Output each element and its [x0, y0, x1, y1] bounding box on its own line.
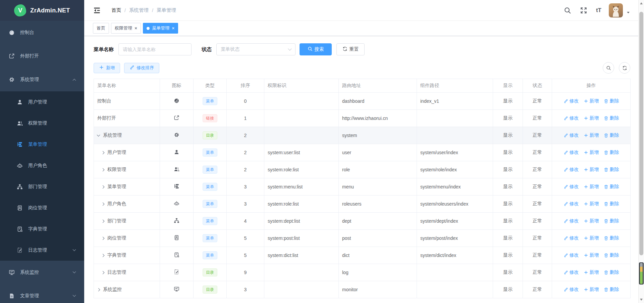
action-plus-link[interactable]: 新增 — [584, 269, 599, 275]
sidebar-item-article[interactable]: 文章管理 — [0, 284, 84, 303]
action-trash-link[interactable]: 删除 — [604, 218, 619, 224]
sidebar-item-robot[interactable]: 用户角色 — [0, 155, 84, 176]
font-size-icon[interactable]: tT — [596, 7, 601, 14]
action-plus-link[interactable]: 新增 — [584, 167, 599, 173]
table-row: 用户角色菜单3system:role:listroleuserssystem/r… — [94, 196, 631, 213]
tab-菜单管理[interactable]: 菜单管理× — [143, 23, 178, 34]
action-plus-link[interactable]: 新增 — [584, 201, 599, 207]
action-trash-link[interactable]: 删除 — [604, 167, 619, 173]
scrollbar-thumb[interactable] — [639, 12, 643, 255]
search-icon[interactable] — [564, 7, 571, 14]
add-button[interactable]: 新增 — [94, 63, 120, 73]
close-icon[interactable]: × — [135, 26, 137, 31]
sidebar-item-menu[interactable]: 菜单管理 — [0, 134, 84, 155]
expand-row-icon[interactable] — [101, 236, 105, 240]
sidebar-item-users[interactable]: 权限管理 — [0, 113, 84, 134]
edit-sort-button[interactable]: 修改排序 — [124, 63, 159, 73]
expand-row-icon[interactable] — [101, 185, 105, 188]
tab-权限管理[interactable]: 权限管理× — [111, 23, 141, 34]
show-search-button[interactable] — [603, 62, 614, 74]
reset-button[interactable]: 重置 — [336, 43, 365, 55]
sort-order: 2 — [227, 127, 264, 144]
menu-status-select[interactable]: 菜单状态 — [216, 43, 296, 55]
expand-row-icon[interactable] — [101, 151, 105, 154]
sidebar-item-log[interactable]: 日志管理 — [0, 240, 84, 261]
action-trash-link[interactable]: 删除 — [604, 252, 619, 258]
sidebar-item-monitor[interactable]: 系统监控 — [0, 261, 84, 284]
fullscreen-icon[interactable] — [580, 7, 587, 14]
action-plus-link[interactable]: 新增 — [584, 218, 599, 224]
sidebar-item-tree[interactable]: 部门管理 — [0, 176, 84, 197]
scrollbar-down-button[interactable] — [640, 299, 643, 301]
expand-row-icon[interactable] — [101, 219, 105, 223]
menu-name-input[interactable] — [123, 47, 187, 52]
sidebar-collapse-icon[interactable] — [93, 7, 101, 14]
tab-首页[interactable]: 首页 — [93, 23, 109, 34]
action-edit-link[interactable]: 修改 — [564, 98, 579, 104]
collapse-row-icon[interactable] — [97, 133, 100, 136]
sidebar-item-user[interactable]: 用户管理 — [0, 91, 84, 113]
close-icon[interactable]: × — [172, 26, 174, 31]
logo[interactable]: V ZrAdmin.NET — [0, 0, 84, 21]
action-trash-link[interactable]: 删除 — [604, 184, 619, 190]
row-actions: 修改新增删除 — [552, 196, 631, 213]
table-row: 日志管理目录9log显示正常修改新增删除 — [94, 264, 631, 281]
table-row: 岗位管理菜单5system:post:listpostsystem/post/i… — [94, 230, 631, 247]
action-plus-link[interactable]: 新增 — [584, 252, 599, 258]
action-plus-link[interactable]: 新增 — [584, 287, 599, 293]
expand-row-icon[interactable] — [101, 168, 105, 171]
action-plus-link[interactable]: 新增 — [584, 149, 599, 156]
expand-row-icon[interactable] — [101, 202, 105, 206]
route-path: http://www.izhaorui.cn — [339, 110, 417, 127]
visible-value: 显示 — [493, 93, 523, 110]
action-edit-link[interactable]: 修改 — [564, 149, 579, 156]
menu-name-input-wrap — [118, 43, 192, 55]
action-trash-link[interactable]: 删除 — [604, 201, 619, 207]
action-edit-link[interactable]: 修改 — [564, 201, 579, 207]
action-trash-link[interactable]: 删除 — [604, 235, 619, 241]
action-plus-link[interactable]: 新增 — [584, 235, 599, 241]
action-plus-link[interactable]: 新增 — [584, 132, 599, 138]
page-scrollbar[interactable] — [638, 0, 644, 303]
action-edit-link[interactable]: 修改 — [564, 287, 579, 293]
caret-down-icon[interactable] — [626, 10, 630, 15]
expand-row-icon[interactable] — [97, 288, 100, 291]
action-edit-link[interactable]: 修改 — [564, 132, 579, 138]
sidebar: V ZrAdmin.NET 控制台外部打开系统管理用户管理权限管理菜单管理用户角… — [0, 0, 84, 303]
refresh-table-button[interactable] — [619, 62, 630, 74]
action-edit-link[interactable]: 修改 — [564, 167, 579, 173]
menu-name: 系统管理 — [103, 132, 122, 138]
action-edit-link[interactable]: 修改 — [564, 115, 579, 121]
breadcrumb-home[interactable]: 首页 — [111, 7, 121, 13]
action-edit-link[interactable]: 修改 — [564, 184, 579, 190]
sidebar-item-dashboard[interactable]: 控制台 — [0, 21, 84, 44]
action-edit-link[interactable]: 修改 — [564, 218, 579, 224]
action-plus-link[interactable]: 新增 — [584, 184, 599, 190]
action-trash-link[interactable]: 删除 — [604, 287, 619, 293]
action-edit-link[interactable]: 修改 — [564, 269, 579, 275]
sidebar-item-label: 权限管理 — [28, 120, 47, 126]
action-trash-link[interactable]: 删除 — [604, 98, 619, 104]
breadcrumb-system[interactable]: 系统管理 — [129, 7, 149, 13]
action-trash-link[interactable]: 删除 — [604, 132, 619, 138]
action-label: 修改 — [570, 269, 579, 275]
expand-row-icon[interactable] — [101, 254, 105, 257]
sidebar-item-gear[interactable]: 系统管理 — [0, 68, 84, 91]
action-trash-link[interactable]: 删除 — [604, 115, 619, 121]
search-button[interactable]: 搜索 — [300, 43, 332, 55]
action-edit-link[interactable]: 修改 — [564, 235, 579, 241]
permission-id — [264, 281, 339, 298]
sidebar-item-badge[interactable]: 岗位管理 — [0, 197, 84, 218]
sidebar-item-book[interactable]: 字典管理 — [0, 218, 84, 240]
expand-row-icon[interactable] — [101, 271, 105, 274]
action-plus-link[interactable]: 新增 — [584, 115, 599, 121]
action-edit-link[interactable]: 修改 — [564, 252, 579, 258]
action-trash-link[interactable]: 删除 — [604, 149, 619, 156]
action-plus-link[interactable]: 新增 — [584, 98, 599, 104]
user-avatar[interactable] — [609, 3, 623, 17]
sidebar-item-external[interactable]: 外部打开 — [0, 44, 84, 68]
action-trash-link[interactable]: 删除 — [604, 269, 619, 275]
sidebar-item-label: 部门管理 — [28, 184, 47, 190]
search-icon — [308, 46, 313, 52]
scrollbar-up-button[interactable] — [640, 2, 643, 4]
